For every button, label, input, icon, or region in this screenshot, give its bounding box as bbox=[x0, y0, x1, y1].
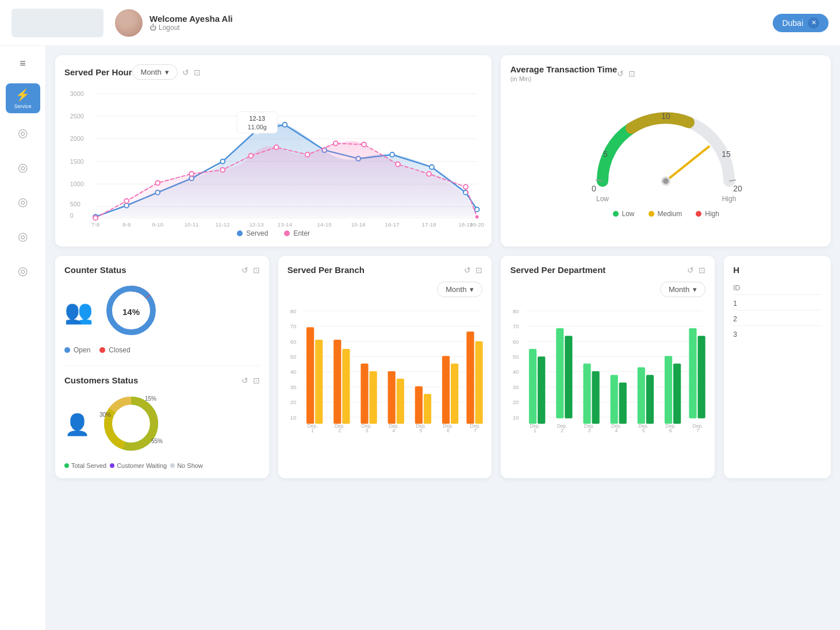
svg-text:11.00g: 11.00g bbox=[248, 124, 267, 130]
expand-icon-dept[interactable]: ⊡ bbox=[699, 266, 705, 275]
served-department-card: Served Per Department ↺ ⊡ Month ▾ 80 bbox=[501, 256, 715, 478]
expand-icon-customers[interactable]: ⊡ bbox=[253, 376, 260, 385]
svg-text:17-18: 17-18 bbox=[421, 221, 436, 228]
legend-high: High bbox=[696, 210, 719, 218]
expand-icon[interactable]: ⊡ bbox=[194, 68, 201, 77]
sidebar-item-5[interactable]: ◎ bbox=[6, 221, 40, 251]
gauge-icon-5: ◎ bbox=[18, 229, 28, 243]
gauge-chart: 0 5 10 15 20 Low High bbox=[510, 89, 822, 204]
svg-text:6: 6 bbox=[669, 428, 672, 433]
svg-text:10: 10 bbox=[661, 112, 670, 121]
svg-rect-96 bbox=[360, 363, 368, 424]
svg-rect-101 bbox=[424, 394, 431, 424]
department-controls: ↺ ⊡ bbox=[687, 266, 705, 275]
refresh-icon-avg[interactable]: ↺ bbox=[617, 69, 624, 78]
counter-header: Counter Status ↺ ⊡ bbox=[64, 265, 260, 275]
refresh-icon-dept[interactable]: ↺ bbox=[687, 266, 694, 275]
avg-transaction-card: Average Transaction Time (in Min) ↺ ⊡ bbox=[501, 55, 831, 247]
svg-rect-95 bbox=[342, 349, 350, 424]
svg-text:13-14: 13-14 bbox=[278, 221, 293, 228]
service-icon: ⚡ bbox=[16, 88, 30, 102]
expand-icon-branch[interactable]: ⊡ bbox=[475, 266, 482, 275]
close-location-button[interactable]: ✕ bbox=[808, 17, 819, 29]
open-dot bbox=[64, 347, 70, 353]
svg-text:6: 6 bbox=[447, 428, 450, 433]
svg-point-28 bbox=[124, 199, 129, 203]
counter-status-card: Counter Status ↺ ⊡ 👥 bbox=[55, 256, 269, 478]
refresh-icon-counter[interactable]: ↺ bbox=[241, 266, 248, 275]
svg-text:7: 7 bbox=[697, 428, 700, 433]
svg-text:70: 70 bbox=[290, 323, 296, 329]
svg-text:1: 1 bbox=[534, 428, 536, 433]
svg-rect-148 bbox=[689, 328, 697, 418]
svg-text:10: 10 bbox=[513, 414, 519, 421]
customers-body: 👤 30% 55% bbox=[64, 392, 260, 458]
department-header: Served Per Department ↺ ⊡ bbox=[510, 265, 705, 275]
sidebar-item-service[interactable]: ⚡ Service bbox=[6, 83, 40, 113]
served-hour-chart: 3000 2500 2000 1500 1000 500 0 bbox=[64, 87, 482, 225]
avg-transaction-subtitle: (in Min) bbox=[510, 75, 617, 82]
logo bbox=[11, 9, 103, 37]
svg-rect-140 bbox=[584, 363, 591, 424]
counter-legend: Open Closed bbox=[64, 346, 260, 354]
customers-title: Customers Status bbox=[64, 375, 241, 385]
legend-open: Open bbox=[64, 346, 90, 354]
power-icon: ⏻ bbox=[149, 24, 156, 32]
svg-rect-147 bbox=[673, 363, 681, 424]
svg-rect-141 bbox=[592, 371, 600, 424]
svg-text:16-17: 16-17 bbox=[385, 221, 400, 228]
served-hour-month-dropdown[interactable]: Month ▾ bbox=[132, 64, 178, 80]
branch-dropdown-row: Month ▾ bbox=[287, 282, 483, 297]
user-info: Welcome Ayesha Ali ⏻ Logout Dubai ✕ bbox=[115, 9, 829, 37]
expand-icon-avg[interactable]: ⊡ bbox=[628, 69, 635, 78]
svg-text:1000: 1000 bbox=[70, 180, 84, 187]
counter-percentage: 14% bbox=[122, 307, 140, 317]
customers-status-section: Customers Status ↺ ⊡ 👤 bbox=[64, 366, 260, 469]
served-dot-small bbox=[64, 463, 69, 468]
sidebar-item-6[interactable]: ◎ bbox=[6, 256, 40, 286]
svg-text:15: 15 bbox=[722, 149, 731, 159]
logout-button[interactable]: ⏻ Logout bbox=[149, 24, 233, 32]
svg-text:5: 5 bbox=[419, 428, 422, 433]
svg-text:1500: 1500 bbox=[70, 158, 84, 165]
extra-header: ID bbox=[733, 282, 822, 295]
dept-month-dropdown[interactable]: Month ▾ bbox=[660, 282, 705, 297]
branch-month-dropdown[interactable]: Month ▾ bbox=[437, 282, 482, 297]
svg-rect-139 bbox=[565, 336, 573, 418]
svg-text:60: 60 bbox=[290, 339, 296, 345]
sidebar-item-3[interactable]: ◎ bbox=[6, 152, 40, 182]
svg-text:0: 0 bbox=[592, 184, 596, 193]
svg-text:5: 5 bbox=[642, 428, 645, 433]
extra-panel-card: H ID 1 2 3 bbox=[724, 256, 831, 478]
avatar bbox=[115, 9, 143, 37]
legend-medium: Medium bbox=[649, 210, 682, 218]
served-hour-controls: Month ▾ ↺ ⊡ bbox=[132, 64, 201, 80]
sidebar-item-4[interactable]: ◎ bbox=[6, 187, 40, 217]
expand-icon-counter[interactable]: ⊡ bbox=[253, 266, 260, 275]
svg-rect-105 bbox=[475, 341, 482, 424]
department-title: Served Per Department bbox=[510, 265, 687, 275]
content-area: Served Per Hour Month ▾ ↺ ⊡ 3000 bbox=[46, 46, 840, 630]
svg-point-39 bbox=[463, 185, 468, 189]
legend-closed: Closed bbox=[99, 346, 130, 354]
people-icon: 👥 bbox=[64, 298, 93, 325]
svg-rect-143 bbox=[619, 382, 627, 424]
svg-point-30 bbox=[189, 172, 194, 176]
gauge-icon-2: ◎ bbox=[18, 126, 28, 140]
refresh-icon-customers[interactable]: ↺ bbox=[241, 376, 248, 385]
svg-rect-104 bbox=[466, 332, 474, 424]
customer-icon: 👤 bbox=[64, 413, 90, 437]
gauge-icon-4: ◎ bbox=[18, 195, 28, 209]
svg-text:3: 3 bbox=[365, 428, 368, 433]
refresh-icon[interactable]: ↺ bbox=[182, 68, 189, 77]
customers-legend: Total Served Customer Waiting No Show bbox=[64, 462, 260, 469]
svg-text:High: High bbox=[722, 195, 737, 203]
extra-row-1: 1 bbox=[733, 297, 822, 310]
extra-title: H bbox=[733, 265, 822, 275]
svg-rect-145 bbox=[646, 375, 654, 424]
refresh-icon-branch[interactable]: ↺ bbox=[464, 266, 471, 275]
sidebar-item-2[interactable]: ◎ bbox=[6, 118, 40, 148]
sidebar-menu-icon[interactable]: ≡ bbox=[20, 57, 26, 70]
header: Welcome Ayesha Ali ⏻ Logout Dubai ✕ bbox=[0, 0, 840, 46]
served-per-hour-card: Served Per Hour Month ▾ ↺ ⊡ 3000 bbox=[55, 55, 492, 247]
